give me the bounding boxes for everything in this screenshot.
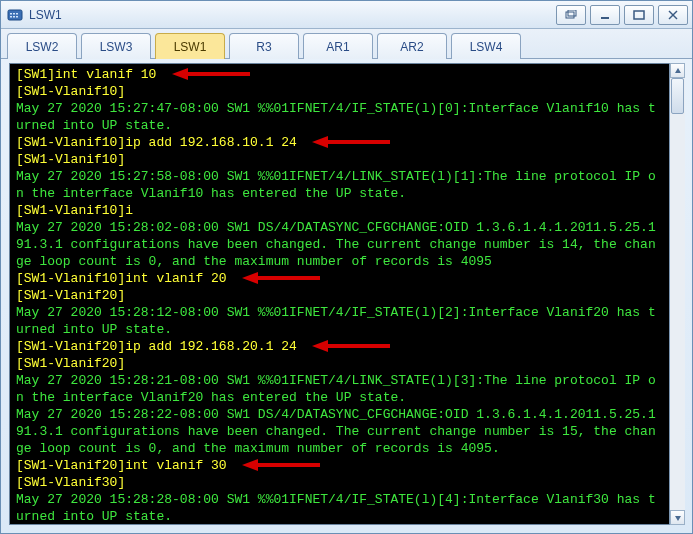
scrollbar-track[interactable] [670, 78, 685, 510]
tab-label: LSW2 [26, 40, 59, 54]
titlebar: LSW1 [1, 1, 692, 29]
restore-button[interactable] [556, 5, 586, 25]
console-line: May 27 2020 15:27:47-08:00 SW1 %%01IFNET… [16, 100, 681, 134]
titlebar-buttons [552, 5, 688, 25]
close-button[interactable] [658, 5, 688, 25]
app-window: LSW1 LSW2 LSW3 LSW1 R3 AR1 AR2 LSW4 [SW1… [0, 0, 693, 534]
scroll-down-button[interactable] [670, 510, 685, 525]
console-line: May 27 2020 15:28:02-08:00 SW1 DS/4/DATA… [16, 219, 681, 270]
tab-label: R3 [256, 40, 271, 54]
minimize-button[interactable] [590, 5, 620, 25]
app-icon [7, 7, 23, 23]
svg-rect-1 [10, 13, 12, 15]
svg-rect-6 [16, 16, 18, 18]
tab-lsw1[interactable]: LSW1 [155, 33, 225, 59]
svg-rect-10 [634, 11, 644, 19]
svg-marker-20 [312, 340, 328, 352]
tab-label: LSW4 [470, 40, 503, 54]
console-line: May 27 2020 15:27:58-08:00 SW1 %%01IFNET… [16, 168, 681, 202]
svg-rect-0 [8, 10, 22, 20]
maximize-button[interactable] [624, 5, 654, 25]
svg-rect-3 [16, 13, 18, 15]
svg-marker-25 [675, 68, 681, 73]
svg-rect-8 [568, 10, 576, 16]
annotation-arrow-icon [172, 66, 252, 82]
svg-rect-5 [13, 16, 15, 18]
console-line: [SW1-Vlanif10] [16, 151, 681, 168]
svg-rect-4 [10, 16, 12, 18]
terminal-container: [SW1]int vlanif 10[SW1-Vlanif10]May 27 2… [9, 63, 684, 525]
console-line: [SW1-Vlanif20]int vlanif 30 [16, 457, 681, 474]
annotation-arrow-icon [242, 457, 322, 473]
svg-marker-26 [675, 516, 681, 521]
vertical-scrollbar[interactable] [669, 63, 685, 525]
tab-bar: LSW2 LSW3 LSW1 R3 AR1 AR2 LSW4 [1, 29, 692, 59]
console-line: [SW1-Vlanif20]ip add 192.168.20.1 24 [16, 338, 681, 355]
svg-rect-2 [13, 13, 15, 15]
console-line: [SW1-Vlanif10]ip add 192.168.10.1 24 [16, 134, 681, 151]
console-line: May 27 2020 15:28:21-08:00 SW1 %%01IFNET… [16, 372, 681, 406]
tab-label: AR1 [326, 40, 349, 54]
console-line: [SW1-Vlanif10]int vlanif 20 [16, 270, 681, 287]
console-line: [SW1-Vlanif20] [16, 355, 681, 372]
annotation-arrow-icon [312, 338, 392, 354]
tab-r3[interactable]: R3 [229, 33, 299, 59]
scrollbar-thumb[interactable] [671, 78, 684, 114]
tab-label: AR2 [400, 40, 423, 54]
tab-lsw3[interactable]: LSW3 [81, 33, 151, 59]
svg-marker-14 [172, 68, 188, 80]
tab-lsw2[interactable]: LSW2 [7, 33, 77, 59]
tab-ar2[interactable]: AR2 [377, 33, 447, 59]
terminal[interactable]: [SW1]int vlanif 10[SW1-Vlanif10]May 27 2… [9, 63, 684, 525]
console-line: [SW1-Vlanif10]i [16, 202, 681, 219]
tab-lsw4[interactable]: LSW4 [451, 33, 521, 59]
tab-ar1[interactable]: AR1 [303, 33, 373, 59]
console-line: May 27 2020 15:28:28-08:00 SW1 %%01IFNET… [16, 491, 681, 525]
svg-marker-16 [312, 136, 328, 148]
console-line: [SW1-Vlanif10] [16, 83, 681, 100]
scroll-up-button[interactable] [670, 63, 685, 78]
titlebar-left: LSW1 [7, 7, 62, 23]
svg-marker-22 [242, 459, 258, 471]
window-title: LSW1 [29, 8, 62, 22]
tab-label: LSW1 [174, 40, 207, 54]
console-line: [SW1]int vlanif 10 [16, 66, 681, 83]
console-line: [SW1-Vlanif30] [16, 474, 681, 491]
annotation-arrow-icon [312, 134, 392, 150]
tab-label: LSW3 [100, 40, 133, 54]
svg-marker-18 [242, 272, 258, 284]
console-line: May 27 2020 15:28:12-08:00 SW1 %%01IFNET… [16, 304, 681, 338]
annotation-arrow-icon [242, 270, 322, 286]
console-line: [SW1-Vlanif20] [16, 287, 681, 304]
svg-rect-7 [566, 12, 574, 18]
console-line: May 27 2020 15:28:22-08:00 SW1 DS/4/DATA… [16, 406, 681, 457]
